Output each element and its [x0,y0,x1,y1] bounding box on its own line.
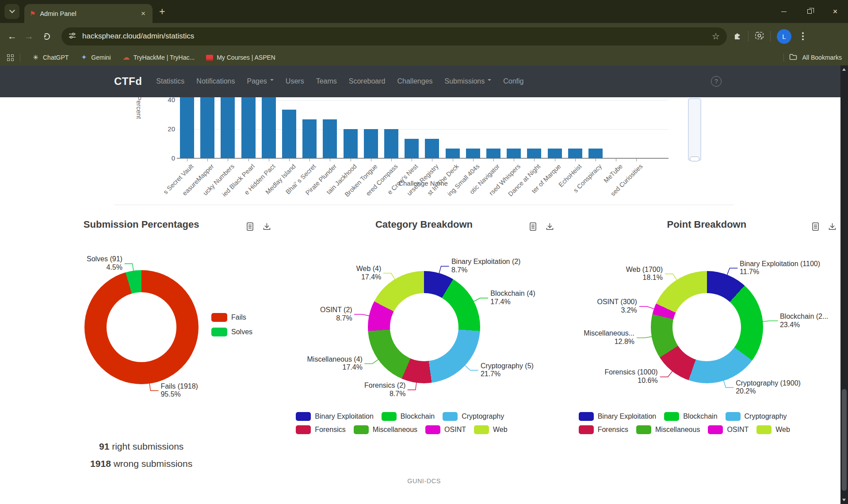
nav-item-scoreboard[interactable]: Scoreboard [349,77,386,85]
bookmark-item[interactable]: Gemini [80,54,111,61]
help-icon[interactable]: ? [711,76,722,87]
slice-name: Miscellaneous... [584,329,634,338]
bar[interactable] [446,149,460,158]
bar[interactable] [384,129,398,158]
url-text[interactable]: hacksphear.cloud/admin/statistics [82,32,712,41]
chart-range-slider-handle[interactable] [690,157,699,161]
legend-item[interactable]: OSINT [708,425,749,434]
legend-item[interactable]: Web [756,425,790,434]
new-tab-button[interactable]: + [159,7,165,16]
chart-range-slider[interactable] [688,98,701,161]
legend-label: Cryptography [745,412,787,420]
forward-button[interactable]: → [24,31,34,42]
apps-grid-icon[interactable] [7,54,14,61]
bar[interactable] [466,149,480,158]
legend-item[interactable]: Forensics [296,425,345,434]
screenshot-share-icon[interactable] [755,31,764,42]
download-icon[interactable] [828,222,837,233]
bar[interactable] [425,139,439,158]
page-scrollbar[interactable] [840,65,848,504]
window-close-button[interactable]: × [822,0,848,23]
window-restore-button[interactable] [797,0,822,23]
address-bar[interactable]: hacksphear.cloud/admin/statistics ☆ [61,27,727,46]
download-icon[interactable] [546,222,554,233]
nav-item-teams[interactable]: Teams [316,77,337,85]
bar[interactable] [507,149,521,158]
section-title-point-breakdown: Point Breakdown [667,219,746,230]
nav-item-config[interactable]: Config [503,77,523,85]
bar[interactable] [302,119,317,158]
back-button[interactable]: ← [8,31,17,42]
window-minimize-button[interactable] [771,0,797,23]
nav-item-users[interactable]: Users [286,77,304,85]
legend-item[interactable]: Binary Exploitation [579,412,657,421]
bar[interactable] [588,149,603,158]
nav-item-pages[interactable]: Pages [247,77,273,85]
bar[interactable] [323,119,337,158]
browser-tab[interactable]: ⚑ Admin Panel × [24,4,153,23]
bar[interactable] [180,97,194,158]
bar[interactable] [568,149,582,158]
nav-item-notifications[interactable]: Notifications [196,77,235,85]
bookmark-item[interactable]: ChatGPT [32,54,69,61]
legend-item[interactable]: Web [474,425,508,434]
site-info-icon[interactable] [69,32,76,41]
legend-item[interactable]: Binary Exploitation [296,412,374,421]
legend-item[interactable]: Blockchain [382,412,435,421]
table-view-icon[interactable] [529,222,537,233]
nav-item-challenges[interactable]: Challenges [397,77,432,85]
solve-percentages-bar-chart[interactable]: "Percent40200s Secret VaulteasureMapperu… [0,97,848,205]
table-view-icon[interactable] [246,222,254,233]
extensions-icon[interactable] [733,31,742,42]
bar[interactable] [364,129,378,158]
legend-item[interactable]: Cryptography [443,412,504,421]
slice-label: Forensics (1000)10.6% [605,369,658,386]
bar[interactable] [344,129,358,158]
ctfd-brand[interactable]: CTFd [114,75,142,88]
aspen-icon [206,55,213,61]
bar[interactable] [200,97,214,158]
scroll-up-icon[interactable] [842,68,846,71]
bookmark-item[interactable]: My Courses | ASPEN [206,54,275,61]
submission-donut-chart[interactable]: Fails (1918)95.5%Solves (91)4.5%FailsSol… [0,248,283,407]
bar[interactable] [527,149,541,158]
legend-label: Forensics [315,426,345,434]
legend-item[interactable]: Miscellaneous [636,425,700,434]
download-icon[interactable] [263,222,271,233]
bar[interactable] [486,149,500,158]
legend-item[interactable]: Solves [211,328,252,336]
scrollbar-thumb[interactable] [842,389,847,491]
legend-item[interactable]: Cryptography [726,412,787,421]
legend-label: Miscellaneous [655,426,700,434]
slice-label: Binary Exploitation (2)8.7% [451,258,521,275]
bar[interactable] [282,110,296,158]
legend-item[interactable]: Miscellaneous [354,425,417,434]
nav-item-statistics[interactable]: Statistics [156,77,184,85]
profile-avatar[interactable]: L [777,29,791,44]
tab-close-icon[interactable]: × [139,9,147,18]
browser-menu-icon[interactable] [802,35,804,37]
bookmark-label: ChatGPT [43,54,69,61]
scroll-down-icon[interactable] [842,499,846,501]
legend-swatch [354,425,369,434]
legend-swatch [664,412,679,421]
legend-item[interactable]: Blockchain [664,412,717,421]
bar[interactable] [221,97,235,158]
bar[interactable] [241,97,256,158]
all-bookmarks-label[interactable]: All Bookmarks [802,54,842,61]
bookmark-item[interactable]: TryHackMe | TryHac... [122,54,195,61]
legend-item[interactable]: Forensics [579,425,628,434]
legend-item[interactable]: Fails [211,313,252,322]
slice-percent: 17.4% [490,298,535,306]
table-view-icon[interactable] [812,222,819,233]
bar[interactable] [548,149,562,158]
bar[interactable] [262,97,276,158]
reload-button[interactable] [43,33,50,40]
bar[interactable] [405,139,419,158]
category-donut-chart[interactable]: Binary Exploitation (2)8.7%Blockchain (4… [283,248,565,407]
nav-item-submissions[interactable]: Submissions [445,77,492,85]
legend-item[interactable]: OSINT [425,425,466,434]
bookmark-star-icon[interactable]: ☆ [712,31,720,42]
tab-search-button[interactable] [4,4,19,19]
points-donut-chart[interactable]: Binary Exploitation (1100)11.7%Blockchai… [565,248,848,407]
